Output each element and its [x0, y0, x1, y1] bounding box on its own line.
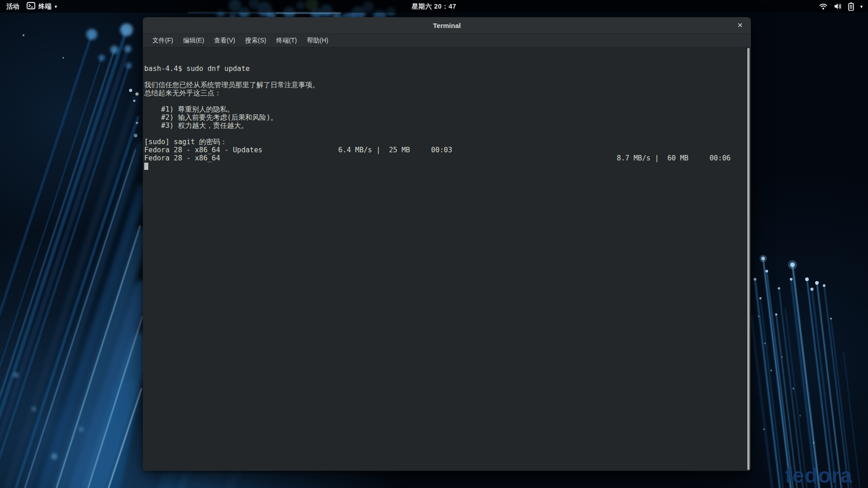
- terminal-menubar: 文件(F) 编辑(E) 查看(V) 搜索(S) 终端(T) 帮助(H): [143, 34, 751, 47]
- scrollbar-thumb[interactable]: [747, 48, 750, 470]
- chevron-down-icon[interactable]: ▾: [860, 5, 863, 9]
- terminal-content: bash-4.4$ sudo dnf update我们信任您已经从系统管理员那里…: [143, 47, 751, 471]
- terminal-line: [144, 97, 744, 105]
- close-icon: ✕: [737, 21, 743, 29]
- menu-file[interactable]: 文件(F): [147, 37, 178, 45]
- terminal-line: 总结起来无外乎这三点：: [144, 89, 744, 97]
- terminal-line: #1) 尊重别人的隐私。: [144, 105, 744, 113]
- terminal-line: 我们信任您已经从系统管理员那里了解了日常注意事项。: [144, 81, 744, 89]
- terminal-output[interactable]: bash-4.4$ sudo dnf update我们信任您已经从系统管理员那里…: [144, 48, 744, 470]
- battery-icon[interactable]: [848, 2, 854, 11]
- terminal-line: #3) 权力越大，责任越大。: [144, 122, 744, 130]
- menu-help[interactable]: 帮助(H): [302, 37, 333, 45]
- close-button[interactable]: ✕: [733, 17, 747, 33]
- chevron-down-icon: ▾: [55, 5, 57, 9]
- wifi-icon[interactable]: [819, 3, 827, 10]
- menu-view[interactable]: 查看(V): [209, 37, 241, 45]
- terminal-cursor: [144, 163, 148, 170]
- terminal-icon: [27, 2, 35, 11]
- terminal-line: Fedora 28 - x86_64 - Updates 6.4 MB/s | …: [144, 146, 744, 154]
- terminal-line: Fedora 28 - x86_64 8.7 MB/s | 60 MB 00:0…: [144, 154, 744, 162]
- terminal-window: Terminal ✕ 文件(F) 编辑(E) 查看(V) 搜索(S) 终端(T)…: [143, 17, 751, 471]
- app-menu-label: 终端: [38, 2, 52, 11]
- terminal-line: #2) 输入前要先考虑(后果和风险)。: [144, 113, 744, 122]
- menu-edit[interactable]: 编辑(E): [178, 37, 209, 45]
- activities-button[interactable]: 活动: [6, 2, 19, 11]
- menu-terminal[interactable]: 终端(T): [271, 37, 302, 45]
- gnome-top-bar: 活动 终端 ▾ 星期六 20：47: [0, 0, 868, 13]
- fedora-logo: fedora: [785, 463, 853, 487]
- terminal-line: [144, 130, 744, 138]
- volume-icon[interactable]: [834, 3, 842, 10]
- terminal-line: [sudo] sagit 的密码：: [144, 138, 744, 146]
- top-bar-left: 活动 终端 ▾: [0, 2, 57, 11]
- terminal-line: [144, 73, 744, 81]
- window-titlebar[interactable]: Terminal ✕: [143, 17, 751, 34]
- clock[interactable]: 星期六 20：47: [412, 2, 457, 11]
- window-title: Terminal: [433, 22, 461, 29]
- system-tray[interactable]: ▾: [819, 2, 868, 11]
- terminal-line: bash-4.4$ sudo dnf update: [144, 65, 744, 73]
- app-menu-button[interactable]: 终端 ▾: [27, 2, 57, 11]
- menu-search[interactable]: 搜索(S): [240, 37, 271, 45]
